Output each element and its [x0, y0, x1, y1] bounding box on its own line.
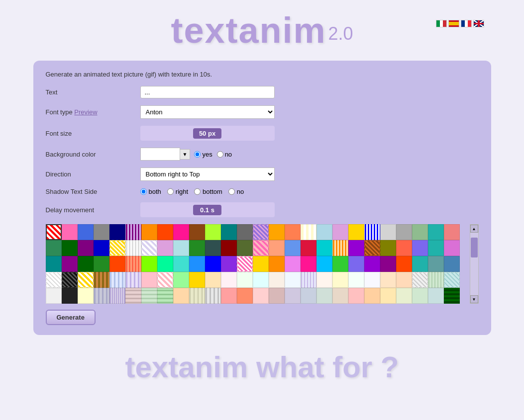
texture-cell[interactable]	[189, 288, 205, 304]
texture-cell[interactable]	[364, 288, 380, 304]
texture-cell[interactable]	[253, 272, 269, 288]
texture-cell[interactable]	[332, 256, 348, 272]
texture-cell[interactable]	[237, 256, 253, 272]
texture-cell[interactable]	[109, 272, 125, 288]
texture-cell[interactable]	[364, 224, 380, 240]
texture-cell[interactable]	[173, 272, 189, 288]
texture-cell[interactable]	[253, 224, 269, 240]
texture-cell[interactable]	[285, 240, 301, 256]
texture-cell[interactable]	[173, 240, 189, 256]
texture-cell[interactable]	[94, 240, 109, 256]
texture-cell[interactable]	[316, 240, 332, 256]
generate-button[interactable]: Generate	[46, 310, 96, 325]
texture-cell[interactable]	[301, 288, 316, 304]
texture-cell[interactable]	[237, 272, 253, 288]
texture-cell[interactable]	[62, 272, 78, 288]
texture-cell[interactable]	[46, 224, 62, 240]
scroll-down-btn[interactable]: ▼	[470, 295, 478, 303]
texture-cell[interactable]	[364, 240, 380, 256]
texture-cell[interactable]	[237, 288, 253, 304]
texture-cell[interactable]	[332, 240, 348, 256]
texture-cell[interactable]	[221, 272, 237, 288]
texture-cell[interactable]	[109, 288, 125, 304]
font-preview-link[interactable]: Preview	[74, 108, 97, 116]
texture-cell[interactable]	[285, 256, 301, 272]
texture-cell[interactable]	[109, 240, 125, 256]
flag-es[interactable]	[448, 20, 459, 27]
texture-cell[interactable]	[348, 224, 364, 240]
texture-cell[interactable]	[396, 272, 412, 288]
texture-cell[interactable]	[380, 272, 396, 288]
texture-cell[interactable]	[125, 256, 141, 272]
texture-cell[interactable]	[253, 240, 269, 256]
texture-cell[interactable]	[364, 256, 380, 272]
texture-cell[interactable]	[141, 256, 157, 272]
texture-cell[interactable]	[412, 256, 428, 272]
texture-cell[interactable]	[428, 240, 444, 256]
texture-cell[interactable]	[46, 240, 62, 256]
texture-cell[interactable]	[125, 224, 141, 240]
color-input[interactable]	[140, 148, 180, 161]
texture-cell[interactable]	[316, 272, 332, 288]
shadow-right-radio[interactable]	[167, 188, 174, 195]
texture-cell[interactable]	[141, 272, 157, 288]
texture-cell[interactable]	[348, 288, 364, 304]
texture-cell[interactable]	[316, 224, 332, 240]
shadow-bottom-radio[interactable]	[194, 188, 201, 195]
texture-cell[interactable]	[396, 288, 412, 304]
texture-cell[interactable]	[332, 272, 348, 288]
texture-cell[interactable]	[46, 272, 62, 288]
texture-cell[interactable]	[221, 256, 237, 272]
texture-cell[interactable]	[301, 224, 316, 240]
direction-select[interactable]: Bottom right to Top Left to Right Right …	[140, 168, 275, 181]
texture-cell[interactable]	[444, 240, 460, 256]
text-input[interactable]	[140, 86, 275, 98]
texture-cell[interactable]	[269, 256, 285, 272]
texture-cell[interactable]	[396, 256, 412, 272]
shadow-no-radio[interactable]	[228, 188, 235, 195]
texture-cell[interactable]	[94, 256, 109, 272]
texture-cell[interactable]	[237, 224, 253, 240]
font-size-slider[interactable]: 50 px	[140, 126, 275, 141]
scroll-up-btn[interactable]: ▲	[470, 225, 478, 233]
texture-cell[interactable]	[253, 288, 269, 304]
texture-cell[interactable]	[62, 256, 78, 272]
flag-it[interactable]	[436, 20, 447, 27]
texture-cell[interactable]	[269, 240, 285, 256]
texture-cell[interactable]	[348, 272, 364, 288]
texture-cell[interactable]	[253, 256, 269, 272]
texture-cell[interactable]	[285, 272, 301, 288]
texture-cell[interactable]	[205, 240, 221, 256]
texture-cell[interactable]	[109, 224, 125, 240]
texture-cell[interactable]	[396, 240, 412, 256]
bg-yes-radio[interactable]	[194, 151, 201, 158]
texture-cell[interactable]	[412, 288, 428, 304]
texture-cell[interactable]	[62, 240, 78, 256]
texture-cell[interactable]	[46, 256, 62, 272]
texture-cell[interactable]	[157, 240, 173, 256]
texture-cell[interactable]	[141, 224, 157, 240]
flag-fr[interactable]	[461, 20, 472, 27]
font-select[interactable]: Anton Arial Verdana Times New Roman Comi…	[140, 105, 275, 119]
bg-no-radio[interactable]	[217, 151, 223, 158]
texture-cell[interactable]	[189, 224, 205, 240]
texture-cell[interactable]	[412, 240, 428, 256]
color-dropdown-arrow[interactable]: ▼	[180, 149, 191, 160]
texture-cell[interactable]	[94, 288, 109, 304]
texture-cell[interactable]	[316, 288, 332, 304]
texture-cell[interactable]	[428, 224, 444, 240]
texture-cell[interactable]	[364, 272, 380, 288]
texture-cell[interactable]	[412, 272, 428, 288]
texture-cell[interactable]	[269, 272, 285, 288]
texture-cell[interactable]	[205, 288, 221, 304]
texture-cell[interactable]	[285, 224, 301, 240]
texture-cell[interactable]	[380, 240, 396, 256]
texture-cell[interactable]	[332, 224, 348, 240]
flag-uk[interactable]	[473, 20, 484, 27]
texture-cell[interactable]	[301, 272, 316, 288]
texture-cell[interactable]	[301, 256, 316, 272]
delay-slider[interactable]: 0.1 s	[140, 202, 275, 217]
texture-cell[interactable]	[348, 256, 364, 272]
texture-cell[interactable]	[157, 224, 173, 240]
texture-cell[interactable]	[428, 272, 444, 288]
